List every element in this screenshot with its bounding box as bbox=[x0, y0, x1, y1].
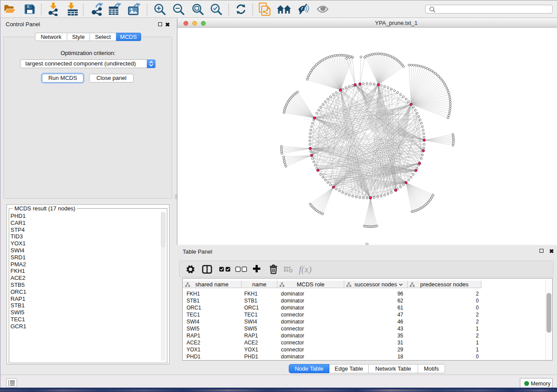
svg-text:f(x): f(x) bbox=[299, 264, 311, 275]
